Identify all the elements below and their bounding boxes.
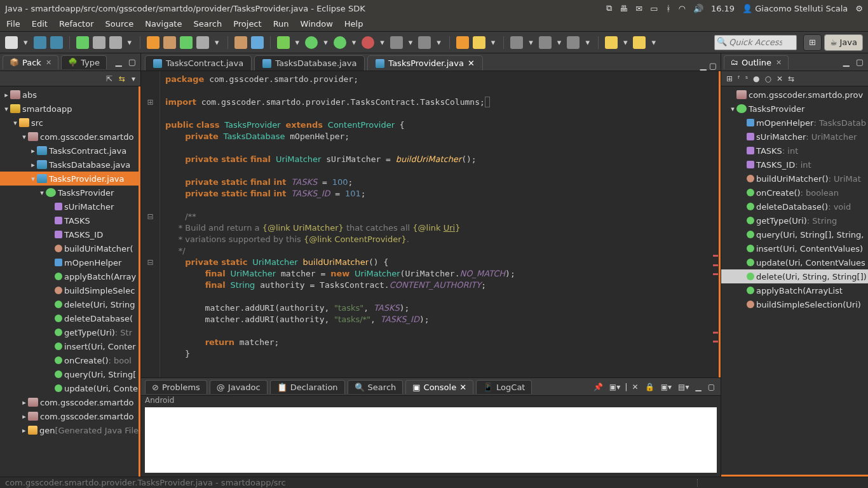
fold-icon[interactable]: ⊞ <box>147 98 153 107</box>
console-pin-button[interactable]: 📌 <box>593 383 603 391</box>
minimize-editor-button[interactable]: ▁ <box>700 61 707 71</box>
outline-item[interactable]: ▾TasksProvider <box>721 102 868 116</box>
tab-problems[interactable]: ⊘ Problems <box>145 380 207 394</box>
console-clear-button[interactable]: ✕ <box>632 383 639 391</box>
outline-item[interactable]: TASKS_ID : int <box>721 158 868 172</box>
java-perspective-button[interactable]: ☕ Java <box>824 34 863 51</box>
sdk-manager-button[interactable] <box>76 36 89 49</box>
printer-icon[interactable]: 🖶 <box>620 4 628 13</box>
tab-declaration[interactable]: 📋 Declaration <box>270 380 345 394</box>
link-outline-button[interactable]: ⇆ <box>788 74 794 83</box>
tree-item[interactable]: mOpenHelper <box>0 255 139 269</box>
outline-tree[interactable]: com.gsscoder.smartdo.prov▾TasksProviderm… <box>721 86 868 477</box>
tree-item[interactable]: ▸com.gsscoder.smartdo <box>0 395 139 409</box>
maximize-outline-button[interactable]: ▢ <box>854 57 865 67</box>
outline-item[interactable]: delete(Uri, String, String[]) <box>721 269 868 283</box>
clock[interactable]: 16.19 <box>711 4 735 13</box>
tree-item[interactable]: onCreate() : bool <box>0 353 139 367</box>
run-last-button[interactable] <box>334 36 346 49</box>
forward-button[interactable] <box>633 36 646 49</box>
tab-type-hierarchy[interactable]: 🌳 Type <box>61 55 107 69</box>
run-button[interactable] <box>305 36 318 49</box>
minimize-outline-button[interactable]: ▁ <box>841 57 851 67</box>
prev-annotation-button[interactable] <box>567 36 580 49</box>
tree-item[interactable]: ▸TasksDatabase.java <box>0 158 139 172</box>
editor-tab-provider[interactable]: TasksProvider.java ✕ <box>367 55 482 71</box>
dropbox-icon[interactable]: ⧉ <box>606 3 612 13</box>
tree-item[interactable]: ▸abs <box>0 88 139 102</box>
console-scroll-lock-button[interactable]: 🔒 <box>645 383 654 391</box>
wifi-icon[interactable]: ◠ <box>679 4 686 13</box>
avd-manager-button[interactable] <box>93 36 105 49</box>
outline-item[interactable]: TASKS : int <box>721 144 868 158</box>
external-tools-button[interactable] <box>362 36 374 49</box>
tab-outline[interactable]: 🗂 Outline ✕ <box>724 55 789 69</box>
tree-item[interactable]: query(Uri, String[ <box>0 367 139 381</box>
tree-item[interactable]: update(Uri, Conte <box>0 381 139 395</box>
save-button[interactable] <box>34 36 46 49</box>
link-editor-button[interactable]: ⇆ <box>119 74 125 83</box>
tab-search[interactable]: 🔍 Search <box>348 380 403 394</box>
mail-icon[interactable]: ✉ <box>635 4 642 13</box>
close-icon[interactable]: ✕ <box>459 383 466 392</box>
tree-item[interactable]: ▾com.gsscoder.smartdo <box>0 130 139 144</box>
outline-item[interactable]: buildUriMatcher() : UriMat <box>721 172 868 186</box>
open-type-button[interactable] <box>234 36 247 49</box>
tab-console[interactable]: ▣ Console ✕ <box>405 380 473 394</box>
outline-item[interactable]: onCreate() : boolean <box>721 186 868 200</box>
new-button[interactable] <box>5 36 18 49</box>
lint-button[interactable] <box>109 36 122 49</box>
outline-item[interactable]: mOpenHelper : TasksDatab <box>721 116 868 130</box>
console-new-button[interactable]: ▤▾ <box>678 383 689 391</box>
menu-help[interactable]: Help <box>344 19 363 29</box>
outline-item[interactable]: insert(Uri, ContentValues) <box>721 241 868 255</box>
open-task-button[interactable] <box>251 36 264 49</box>
outline-item[interactable]: deleteDatabase() : void <box>721 200 868 214</box>
menu-refactor[interactable]: Refactor <box>59 19 94 29</box>
search-button[interactable] <box>473 36 485 49</box>
tree-item[interactable]: ▾smartdoapp <box>0 102 139 116</box>
close-icon[interactable]: ✕ <box>468 58 475 68</box>
back-button[interactable] <box>605 36 618 49</box>
new-task-button[interactable] <box>196 36 209 49</box>
menu-file[interactable]: File <box>6 19 20 29</box>
next-annotation-button[interactable] <box>539 36 552 49</box>
minimize-bottom-button[interactable]: ▁ <box>695 383 701 391</box>
editor-tab-contract[interactable]: TasksContract.java <box>145 55 252 71</box>
quick-access-input[interactable] <box>714 35 797 50</box>
code-area[interactable]: package com.gsscoder.smartdo.provider; i… <box>160 71 719 377</box>
menu-edit[interactable]: Edit <box>32 19 48 29</box>
outline-item[interactable]: buildSimpleSelection(Uri) <box>721 297 868 311</box>
save-all-button[interactable] <box>50 36 63 49</box>
maximize-editor-button[interactable]: ▢ <box>709 61 717 71</box>
console-open-button[interactable]: ▣▾ <box>661 383 672 391</box>
new-dropdown[interactable]: ▾ <box>22 37 30 47</box>
user-menu[interactable]: 👤 Giacomo Stelluti Scala <box>742 4 848 13</box>
volume-icon[interactable]: 🔊 <box>693 4 703 13</box>
team-button[interactable] <box>418 36 431 49</box>
menu-project[interactable]: Project <box>233 19 261 29</box>
tab-logcat[interactable]: 📱 LogCat <box>476 380 532 394</box>
menu-navigate[interactable]: Navigate <box>145 19 182 29</box>
tree-item[interactable]: ▸TasksContract.java <box>0 144 139 158</box>
tree-item[interactable]: buildSimpleSelec <box>0 283 139 297</box>
tree-item[interactable]: applyBatch(Array <box>0 269 139 283</box>
menu-source[interactable]: Source <box>105 19 134 29</box>
outline-item[interactable]: com.gsscoder.smartdo.prov <box>721 88 868 102</box>
filter-fields-button[interactable]: ᶠ <box>738 74 740 83</box>
sort-button[interactable]: ⊞ <box>726 74 733 83</box>
bluetooth-icon[interactable]: ᚼ <box>666 4 671 13</box>
console-output[interactable] <box>145 407 717 473</box>
overview-ruler[interactable] <box>711 71 719 377</box>
gear-icon[interactable]: ⚙ <box>855 4 863 13</box>
fold-icon[interactable]: ⊟ <box>147 258 153 267</box>
tree-item[interactable]: delete(Uri, String <box>0 297 139 311</box>
editor-tab-database[interactable]: TasksDatabase.java <box>254 55 365 71</box>
filter-static-button[interactable]: ˢ <box>745 74 748 83</box>
tree-item[interactable]: deleteDatabase( <box>0 311 139 325</box>
outline-item[interactable]: getType(Uri) : String <box>721 214 868 227</box>
new-android-button[interactable] <box>147 36 159 49</box>
view-menu-button[interactable]: ▾ <box>132 74 135 83</box>
tree-item[interactable]: ▸com.gsscoder.smartdo <box>0 409 139 423</box>
tree-item[interactable]: getType(Uri) : Str <box>0 325 139 339</box>
